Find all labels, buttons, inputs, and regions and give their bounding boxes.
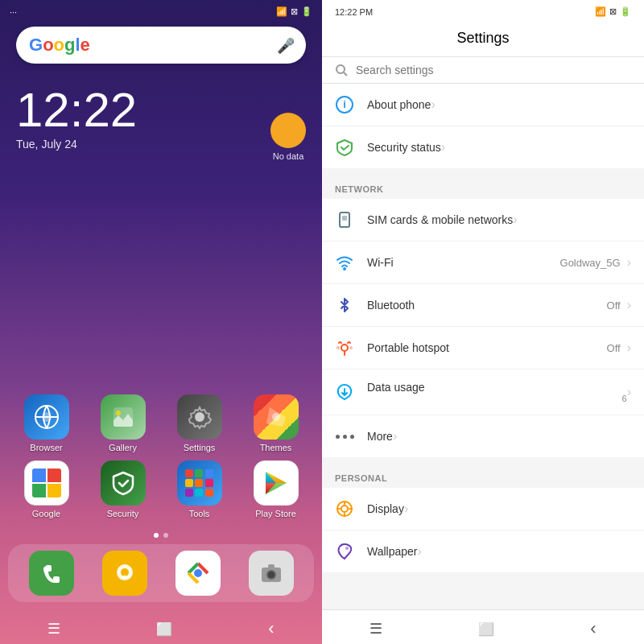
bluetooth-chevron: › — [627, 298, 631, 312]
gallery-label: Gallery — [109, 443, 137, 452]
themes-label: Themes — [260, 443, 292, 452]
wifi-icon: 📶 — [276, 6, 287, 17]
settings-item-wifi[interactable]: Wi-Fi Goldway_5G › — [322, 242, 644, 284]
back-nav-left[interactable]: ‹ — [268, 618, 274, 639]
settings-item-more[interactable]: More › — [322, 415, 644, 457]
settings-item-about[interactable]: i About phone › — [322, 84, 644, 126]
wifi-icon-setting — [335, 253, 354, 272]
back-nav-right[interactable]: ‹ — [590, 618, 596, 639]
tools-icon — [177, 460, 222, 506]
settings-section-personal: Display › Wallpaper › — [322, 488, 644, 572]
svg-point-24 — [336, 346, 340, 349]
settings-item-wallpaper[interactable]: Wallpaper › — [322, 530, 644, 572]
security-label: Security — [107, 509, 139, 518]
status-icons-right: 📶 ⊠ 🔋 — [595, 6, 631, 17]
status-bar-right: 12:22 PM 📶 ⊠ 🔋 — [322, 0, 644, 20]
svg-point-25 — [349, 346, 353, 349]
browser-label: Browser — [30, 443, 62, 452]
weather-widget: No data — [270, 113, 306, 161]
data-usage-chevron: › — [627, 385, 631, 399]
app-google[interactable]: Google — [14, 460, 79, 518]
bluetooth-icon — [335, 295, 354, 315]
wifi-value: Goldway_5G — [560, 257, 621, 269]
playstore-icon — [254, 460, 299, 506]
svg-point-22 — [343, 267, 346, 270]
google-label: Google — [32, 509, 60, 518]
home-screen: ··· 📶 ⊠ 🔋 Google 🎤 12:22 Tue, July 24 No… — [0, 0, 322, 644]
mic-icon[interactable]: 🎤 — [277, 37, 293, 53]
bluetooth-value: Off — [607, 299, 621, 312]
app-row-2: Google Security — [8, 460, 314, 518]
settings-item-sim[interactable]: SIM cards & mobile networks › — [322, 199, 644, 242]
svg-text:i: i — [343, 98, 346, 110]
app-settings[interactable]: Settings — [167, 394, 232, 452]
about-label: About phone — [367, 98, 431, 111]
dock-messages[interactable] — [102, 551, 147, 596]
hotspot-label: Portable hotspot — [367, 341, 449, 354]
dock-camera[interactable] — [249, 551, 294, 596]
signal-icon: ··· — [10, 7, 17, 17]
settings-item-display[interactable]: Display › — [322, 488, 644, 530]
hotspot-chevron: › — [627, 341, 631, 355]
wifi-status-right: 📶 — [595, 6, 606, 17]
security-app-icon — [101, 460, 146, 506]
search-input[interactable] — [356, 64, 631, 76]
app-browser[interactable]: Browser — [14, 394, 79, 452]
status-bar-left: ··· 📶 ⊠ 🔋 — [0, 0, 322, 20]
app-tools[interactable]: Tools — [167, 460, 232, 518]
wifi-chevron: › — [627, 255, 631, 270]
sim-label: SIM cards & mobile networks — [367, 213, 513, 226]
settings-icon — [177, 394, 222, 440]
data-usage-icon — [335, 382, 354, 402]
wifi-label: Wi-Fi — [367, 256, 394, 269]
app-themes[interactable]: Themes — [244, 394, 308, 452]
settings-item-hotspot[interactable]: Portable hotspot Off › — [322, 327, 644, 369]
app-playstore[interactable]: Play Store — [244, 460, 308, 518]
svg-rect-21 — [342, 216, 347, 221]
dock-chrome[interactable] — [175, 551, 221, 596]
network-header: NETWORK — [322, 175, 644, 199]
menu-nav-left[interactable]: ☰ — [47, 620, 60, 638]
settings-section-top: i About phone › Security status › — [322, 84, 644, 168]
settings-search-bar[interactable] — [322, 57, 644, 84]
app-security[interactable]: Security — [91, 460, 155, 518]
svg-point-16 — [336, 65, 345, 73]
settings-item-data-usage[interactable]: Data usage 6 › — [322, 369, 644, 415]
app-grid: Browser Gallery Settings Themes — [0, 386, 322, 526]
dot-2 — [163, 533, 168, 538]
hotspot-value: Off — [607, 342, 621, 354]
nav-bar-left: ☰ ⬜ ‹ — [0, 610, 322, 644]
search-icon — [335, 64, 348, 76]
data-usage-label: Data usage — [367, 381, 627, 394]
settings-item-bluetooth[interactable]: Bluetooth Off › — [322, 284, 644, 327]
app-row-1: Browser Gallery Settings Themes — [8, 394, 314, 452]
dock-phone[interactable] — [29, 551, 74, 596]
network-section-header: NETWORK — [322, 175, 644, 199]
svg-point-5 — [195, 412, 204, 422]
display-chevron: › — [404, 502, 408, 516]
settings-title: Settings — [322, 20, 644, 57]
home-nav-left[interactable]: ⬜ — [156, 621, 172, 637]
clock-display: 12:22 — [16, 86, 306, 134]
nav-bar-right: ☰ ⬜ ‹ — [322, 609, 644, 644]
menu-nav-right[interactable]: ☰ — [369, 620, 382, 638]
personal-header: PERSONAL — [322, 464, 644, 488]
home-nav-right[interactable]: ⬜ — [478, 621, 494, 637]
svg-point-27 — [341, 506, 348, 512]
page-dots — [0, 526, 322, 544]
wallpaper-icon — [335, 542, 354, 561]
sim-chevron: › — [513, 213, 517, 227]
settings-item-security-status[interactable]: Security status › — [322, 126, 644, 168]
google-app-icon — [24, 460, 69, 506]
google-search-bar[interactable]: Google 🎤 — [16, 27, 306, 64]
google-logo: Google — [29, 35, 90, 56]
playstore-label: Play Store — [255, 509, 296, 518]
svg-line-17 — [344, 72, 347, 76]
display-icon — [335, 499, 354, 518]
app-gallery[interactable]: Gallery — [91, 394, 155, 452]
data-usage-content: Data usage 6 — [367, 381, 627, 403]
gallery-icon — [101, 394, 146, 440]
more-label: More — [367, 430, 393, 443]
dot-1 — [154, 533, 159, 538]
tools-label: Tools — [189, 509, 210, 518]
